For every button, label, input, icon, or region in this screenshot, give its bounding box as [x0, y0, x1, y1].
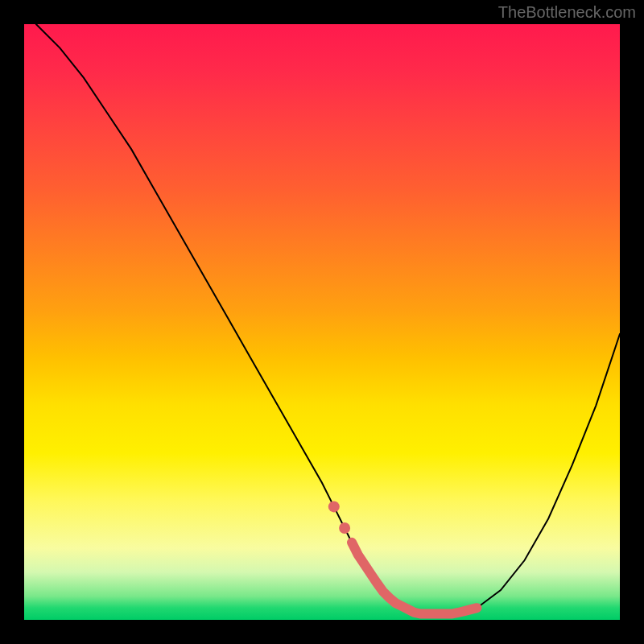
optimal-zone-highlight [352, 543, 477, 614]
highlight-dot-2 [339, 522, 350, 534]
curve-group [36, 24, 620, 614]
watermark-text: TheBottleneck.com [498, 3, 636, 22]
highlight-dot-1 [328, 501, 340, 512]
bottleneck-curve-line [36, 24, 620, 614]
bottleneck-chart [24, 24, 620, 620]
